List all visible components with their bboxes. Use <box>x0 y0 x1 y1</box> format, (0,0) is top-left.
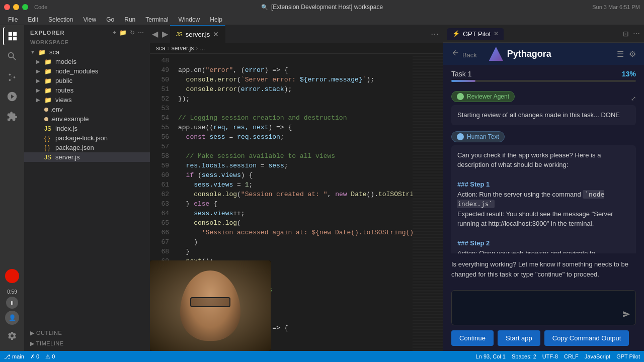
outline-section[interactable]: ▶ OUTLINE <box>30 328 144 338</box>
tab-nav-forward[interactable]: ▶ <box>160 25 170 43</box>
menu-file[interactable]: File <box>4 15 22 24</box>
status-gpt[interactable]: GPT Pilot <box>616 353 640 359</box>
tree-item-index-js[interactable]: ▶ JS index.js <box>24 124 150 133</box>
tree-item-sca[interactable]: ▼ 📁 sca <box>24 47 150 57</box>
copy-command-output-button[interactable]: Copy Command Output <box>544 330 629 346</box>
split-icon: ⊡ <box>623 30 629 38</box>
tree-item-node-modules[interactable]: ▶ 📁 node_modules <box>24 66 150 76</box>
tab-label: server.js <box>186 31 210 38</box>
gpt-tab-icon: ⚡ <box>452 30 460 37</box>
menu-edit[interactable]: Edit <box>24 15 42 24</box>
chat-area[interactable]: Reviewer Agent ⤢ Starting review of all … <box>443 87 644 253</box>
tab-nav-back[interactable]: ◀ <box>150 25 160 43</box>
window-title: [Extension Development Host] workspace <box>271 4 383 11</box>
breadcrumb-server[interactable]: server.js <box>172 45 194 52</box>
reviewer-agent-icon <box>457 93 464 100</box>
refresh-icon[interactable]: ↻ <box>130 29 135 36</box>
tree-item-env[interactable]: ▶ .env <box>24 105 150 114</box>
tree-item-package-lock[interactable]: ▶ { } package-lock.json <box>24 133 150 143</box>
status-right: Ln 93, Col 1 Spaces: 2 UTF-8 CRLF JavaSc… <box>476 353 640 359</box>
question-text: Is everything working? Let me know if so… <box>443 253 644 285</box>
human-message-intro: Can you check if the app works please? H… <box>457 151 601 169</box>
tab-close-button[interactable]: ✕ <box>213 30 219 38</box>
source-control-icon[interactable] <box>3 67 21 85</box>
menu-terminal[interactable]: Terminal <box>141 15 172 24</box>
gpt-tab-more[interactable]: ⊡ ⋯ <box>623 30 640 38</box>
sidebar-title: Explorer <box>30 30 65 36</box>
tree-item-models[interactable]: ▶ 📁 models <box>24 57 150 66</box>
human-agent-badge: Human Text <box>451 131 505 142</box>
menu-window[interactable]: Window <box>175 15 204 24</box>
explorer-icon[interactable] <box>3 27 21 45</box>
tree-item-views[interactable]: ▶ 📁 views <box>24 95 150 105</box>
tab-js-icon: JS <box>176 31 183 37</box>
extensions-icon[interactable] <box>3 108 21 126</box>
status-cursor[interactable]: Ln 93, Col 1 <box>476 353 506 359</box>
maximize-button[interactable] <box>22 4 28 10</box>
close-button[interactable] <box>4 4 10 10</box>
tab-more-button[interactable]: ⋯ <box>427 25 443 43</box>
timeline-section[interactable]: ▶ TIMELINE <box>30 338 144 349</box>
recording-timer: 0:59 <box>7 289 17 295</box>
webcam-overlay <box>150 260 271 351</box>
task-percent: 13% <box>622 70 636 78</box>
debug-icon[interactable] <box>3 87 21 106</box>
status-eol[interactable]: CRLF <box>564 353 579 359</box>
gpt-tab-close[interactable]: ✕ <box>494 30 499 37</box>
gpt-pilot-tab[interactable]: ⚡ GPT Pilot ✕ <box>447 28 504 40</box>
tree-item-package-json[interactable]: ▶ { } package.json <box>24 143 150 152</box>
expand-button[interactable]: ⤢ <box>631 95 636 102</box>
gpt-header: Back Pythagora ☰ ⚙ <box>443 43 644 65</box>
menu-view[interactable]: View <box>79 15 100 24</box>
menu-run[interactable]: Run <box>120 15 139 24</box>
code-menu[interactable]: Code <box>34 4 47 10</box>
back-button[interactable]: Back <box>451 49 477 59</box>
start-app-button[interactable]: Start app <box>498 330 540 346</box>
menu-bar: File Edit Selection View Go Run Terminal… <box>0 14 644 25</box>
human-message: Can you check if the app works please? H… <box>451 145 636 254</box>
user-avatar[interactable]: 👤 <box>5 311 19 325</box>
gpt-tab-bar: ⚡ GPT Pilot ✕ ⊡ ⋯ <box>443 25 644 43</box>
menu-list-icon[interactable]: ☰ <box>617 49 624 59</box>
step1-title: ### Step 1 <box>457 180 490 188</box>
status-spaces[interactable]: Spaces: 2 <box>512 353 536 359</box>
task-label: Task 1 <box>451 70 471 78</box>
settings-icon[interactable] <box>3 327 21 345</box>
back-label: Back <box>462 51 477 59</box>
menu-go[interactable]: Go <box>102 15 118 24</box>
breadcrumb-bar: sca › server.js › ... <box>150 43 443 54</box>
tab-bar: ◀ ▶ JS server.js ✕ ⋯ <box>150 25 443 43</box>
menu-selection[interactable]: Selection <box>44 15 77 24</box>
minimize-button[interactable] <box>13 4 19 10</box>
face-silhouette <box>180 270 240 341</box>
collapse-icon[interactable]: ⋯ <box>138 29 144 36</box>
tree-item-public[interactable]: ▶ 📁 public <box>24 76 150 85</box>
breadcrumb-sca[interactable]: sca <box>156 45 166 52</box>
menu-help[interactable]: Help <box>206 15 226 24</box>
send-button[interactable] <box>622 310 630 320</box>
search-activity-icon[interactable] <box>3 47 21 65</box>
tree-item-env-example[interactable]: ▶ .env.example <box>24 114 150 124</box>
breadcrumb-dots[interactable]: ... <box>200 45 205 52</box>
input-area: Continue Start app Copy Command Output <box>443 285 644 351</box>
status-warnings[interactable]: ⚠ 0 <box>45 353 55 360</box>
tab-server-js[interactable]: JS server.js ✕ <box>170 25 225 43</box>
continue-button[interactable]: Continue <box>451 330 494 346</box>
tree-item-server-js[interactable]: ▶ JS server.js <box>24 152 150 162</box>
status-language[interactable]: JavaScript <box>585 353 610 359</box>
file-tree: ▼ 📁 sca ▶ 📁 models ▶ 📁 node_modules ▶ 📁 … <box>24 47 150 326</box>
human-text-bubble: Human Text Can you check if the app work… <box>451 131 636 254</box>
new-file-icon[interactable]: + <box>113 29 116 36</box>
status-errors[interactable]: ✗ 0 <box>30 353 39 360</box>
new-folder-icon[interactable]: 📁 <box>119 29 127 36</box>
chat-input-box[interactable] <box>451 290 636 325</box>
gpt-pilot-icon[interactable] <box>3 267 21 285</box>
title-bar: Code 🔍 [Extension Development Host] work… <box>0 0 644 14</box>
status-branch[interactable]: ⎇ main <box>4 353 24 360</box>
pause-button[interactable]: ⏸ <box>6 297 18 309</box>
reviewer-agent-label: Reviewer Agent <box>467 93 509 100</box>
status-bar: ⎇ main ✗ 0 ⚠ 0 Ln 93, Col 1 Spaces: 2 UT… <box>0 351 644 362</box>
tree-item-routes[interactable]: ▶ 📁 routes <box>24 85 150 95</box>
settings-gear-icon[interactable]: ⚙ <box>629 49 636 59</box>
status-encoding[interactable]: UTF-8 <box>542 353 558 359</box>
